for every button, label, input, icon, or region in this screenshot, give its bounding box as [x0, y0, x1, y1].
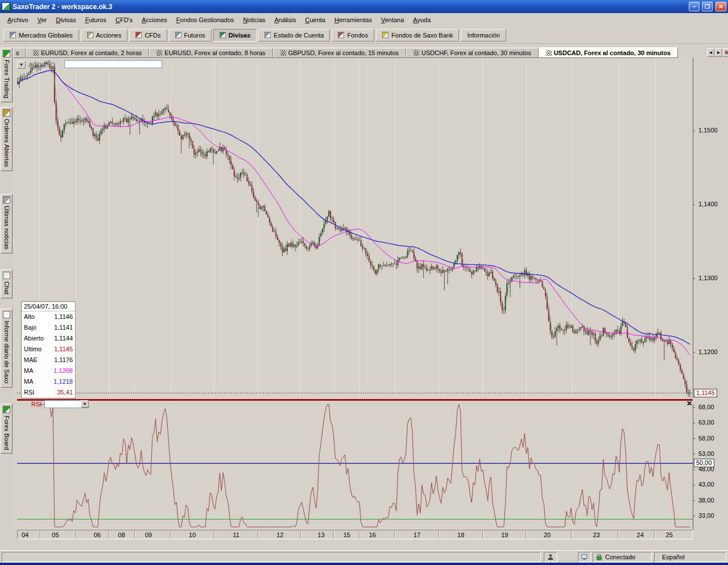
title-bar[interactable]: SaxoTrader 2 - workspace.ok.3 – ❐ ✕ [0, 0, 728, 13]
toolbar-informacion[interactable]: Información [461, 29, 506, 41]
menu-item-cfd-s[interactable]: CFD's [111, 15, 137, 25]
minimize-button[interactable]: – [689, 2, 700, 11]
chart-search-input[interactable] [64, 60, 162, 68]
menu-item-divisas[interactable]: Divisas [51, 15, 80, 25]
menu-item-herramientas[interactable]: Herramientas [330, 15, 377, 25]
toolbar-label-mercados-globales: Mercados Globales [19, 32, 73, 39]
date-label-18: 18 [455, 531, 466, 538]
sidebar-item-forex-trading[interactable]: Forex Trading [1, 48, 13, 102]
date-label-24: 24 [635, 531, 646, 538]
status-bar: Conectado Español [0, 550, 728, 563]
menu-item-ventana[interactable]: Ventana [377, 15, 408, 25]
chart-tab-gbpusd-forex-al-contado-15-minutos[interactable]: GBPUSD, Forex al contado, 15 minutos [273, 48, 406, 58]
date-axis-separator [214, 531, 215, 538]
sidebar-item-label: Ordenes Abiertas [3, 119, 10, 167]
date-axis-separator [258, 531, 259, 538]
ma-fast-line [18, 70, 690, 355]
toolbar-label-fondos-de-saxo-bank: Fondos de Saxo Bank [391, 32, 453, 39]
date-axis-separator [526, 531, 527, 538]
date-axis-separator [76, 531, 77, 538]
info-row-label: Abierto [24, 334, 44, 343]
app-icon [2, 2, 10, 11]
price-ma-line [18, 64, 690, 393]
rsi-tick-68: 68,00 [698, 404, 727, 410]
info-row-abierto: Abierto1,1144 [22, 333, 75, 344]
tab-close-button[interactable]: ✕ [723, 48, 728, 57]
menu-item-ayuda[interactable]: Ayuda [408, 15, 435, 25]
sidebar-item-forex-board[interactable]: Forex Board [1, 404, 13, 454]
tab-scroll-right-button[interactable]: ► [715, 48, 722, 57]
info-row-ultimo: Ultimo1,1145 [22, 344, 75, 355]
date-axis-separator [571, 531, 572, 538]
restore-button[interactable]: ❐ [702, 2, 713, 11]
rsi-splitter[interactable] [17, 399, 693, 401]
date-label-12: 12 [274, 531, 286, 538]
toolbar-cfds[interactable]: CFDs [129, 29, 167, 41]
estado-de-cuenta-icon [264, 32, 271, 38]
status-message-panel [2, 552, 541, 562]
ordenes-abiertas-icon [3, 109, 10, 117]
price-chart[interactable] [13, 58, 695, 398]
sidebar-item-ultimas-noticias[interactable]: Últimas noticias [1, 194, 13, 254]
toolbar-futuros[interactable]: Futuros [169, 29, 212, 41]
chart-tab-eurusd-forex-al-contado-2-horas[interactable]: EURUSD, Forex al contado, 2 horas [26, 48, 149, 58]
toolbar-acciones[interactable]: Acciones [81, 29, 128, 41]
chart-tab-usdcad-forex-al-contado-30-minutos[interactable]: USDCAD, Forex al contado, 30 minutos [539, 47, 678, 58]
menu-item-cuenta[interactable]: Cuenta [300, 15, 329, 25]
date-label-19: 19 [499, 531, 510, 538]
menu-item-analisis[interactable]: Análisis [270, 15, 301, 25]
menu-item-fondos-gestionados[interactable]: Fondos Gestionados [172, 15, 239, 25]
tab-scroll-left-button[interactable]: ◄ [707, 48, 714, 57]
info-row-label: MA [24, 377, 34, 387]
rsi-close-button[interactable]: ✕ [685, 400, 693, 408]
menu-item-archivo[interactable]: Archivo [3, 15, 33, 25]
connection-status-panel: Conectado [593, 552, 652, 562]
toolbar: Mercados GlobalesAccionesCFDsFuturosDivi… [0, 27, 728, 44]
chevron-down-icon[interactable]: ▼ [81, 400, 89, 408]
status-user-panel[interactable] [544, 552, 557, 562]
menu-item-noticias[interactable]: Noticias [238, 15, 270, 25]
info-row-value: 1,1146 [54, 312, 73, 322]
chart-tab-icon [33, 50, 39, 56]
chart-tab-label: EURUSD, Forex al contado, 8 horas [164, 49, 265, 56]
date-label-06: 06 [92, 531, 103, 538]
toolbar-fondos-de-saxo-bank[interactable]: Fondos de Saxo Bank [376, 29, 459, 41]
chart-tab-label: USDCAD, Forex al contado, 30 minutos [554, 49, 671, 56]
toolbar-label-cfds: CFDs [144, 32, 160, 39]
instrument-label: AUDUSD [28, 61, 55, 68]
sidebar-item-chat[interactable]: Chat [1, 269, 13, 298]
chart-tab-label: EURUSD, Forex al contado, 2 horas [41, 49, 142, 56]
date-label-17: 17 [411, 531, 423, 538]
rsi-chart[interactable] [13, 404, 695, 530]
fondos-icon [338, 32, 344, 38]
chart-tab-usdchf-forex-al-contado-30-minutos[interactable]: USDCHF, Forex al contado, 30 minutos [406, 48, 539, 58]
toolbar-fondos[interactable]: Fondos [332, 29, 374, 41]
rsi-tick-33: 33,00 [698, 512, 727, 519]
acciones-icon [87, 32, 93, 38]
date-axis-separator [618, 531, 619, 538]
toolbar-divisas[interactable]: Divisas [213, 29, 257, 41]
price-tick-1,1400: 1,1400 [698, 201, 727, 207]
toolbar-estado-de-cuenta[interactable]: Estado de Cuenta [258, 29, 330, 41]
instrument-dropdown-button[interactable]: ▼ [17, 61, 26, 69]
language-panel[interactable]: Español [654, 552, 726, 562]
candles-up [19, 63, 690, 394]
rsi-line [40, 405, 690, 527]
menu-item-ver[interactable]: Ver [33, 15, 52, 25]
sidebar-item-informe-diario-de-saxo[interactable]: Informe diario de Saxo [1, 309, 13, 388]
chart-tab-s[interactable]: s [13, 48, 26, 58]
close-button[interactable]: ✕ [715, 2, 726, 11]
chart-tab-eurusd-forex-al-contado-8-horas[interactable]: EURUSD, Forex al contado, 8 horas [149, 48, 272, 58]
price-tick-1,1300: 1,1300 [698, 275, 727, 281]
ultimas-noticias-icon [3, 196, 10, 203]
menu-item-acciones[interactable]: Acciones [137, 15, 172, 25]
menu-item-futuros[interactable]: Futuros [81, 15, 111, 25]
candle-wicks [18, 60, 690, 398]
rsi-settings-combo[interactable]: ▼ [44, 400, 89, 408]
sidebar-item-label: Chat [3, 281, 10, 294]
toolbar-label-acciones: Acciones [96, 32, 122, 39]
date-axis-separator [134, 531, 135, 538]
status-network-panel[interactable] [578, 552, 591, 562]
toolbar-mercados-globales[interactable]: Mercados Globales [3, 29, 79, 41]
sidebar-item-ordenes-abiertas[interactable]: Ordenes Abiertas [1, 107, 13, 171]
